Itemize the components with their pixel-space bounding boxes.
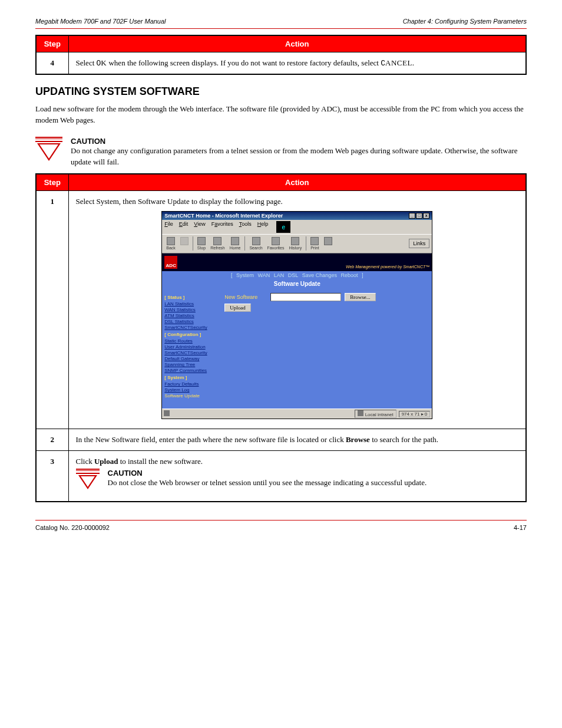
step-number: 3: [36, 451, 68, 502]
favorites-button[interactable]: Favorites: [266, 237, 286, 250]
upload-button[interactable]: Upload: [224, 304, 251, 312]
edit-icon: [324, 237, 332, 245]
running-footer: Catalog No. 220-0000092 4-17: [35, 524, 527, 531]
sidebar-item-atm-statistics[interactable]: ATM Statistics: [164, 313, 217, 318]
stop-icon: [197, 237, 206, 245]
restore-defaults-step-table: Step Action 4 Select OK when the followi…: [35, 35, 527, 75]
forward-button[interactable]: [178, 237, 190, 250]
menu-favorites[interactable]: Favorites: [211, 221, 233, 233]
browse-button[interactable]: Browse...: [345, 293, 375, 301]
back-arrow-icon: [167, 237, 175, 245]
close-button[interactable]: x: [423, 213, 429, 219]
ie-logo-icon: e: [276, 221, 290, 233]
footer-left: Catalog No. 220-0000092: [35, 524, 110, 531]
table-row: 4 Select OK when the following screen di…: [36, 52, 526, 75]
sidebar: [ Status ] LAN Statistics WAN Statistics…: [162, 291, 220, 409]
step-action: In the New Software field, enter the pat…: [68, 429, 526, 451]
maximize-button[interactable]: □: [416, 213, 422, 219]
page-title: Software Update: [162, 281, 432, 287]
home-button[interactable]: Home: [228, 237, 243, 250]
caution-label: CAUTION: [71, 137, 527, 146]
screenshot-ie-window: SmartCNCT Home - Microsoft Internet Expl…: [161, 211, 432, 419]
topnav-dsl[interactable]: DSL: [288, 272, 299, 278]
col-step-header: Step: [36, 35, 68, 52]
search-button[interactable]: Search: [247, 237, 264, 250]
sidebar-item-system-log[interactable]: System Log: [164, 387, 217, 393]
favorites-icon: [272, 237, 280, 245]
refresh-button[interactable]: Refresh: [209, 237, 227, 250]
sidebar-item-factory-defaults[interactable]: Factory Defaults: [164, 381, 217, 387]
header-left: Megabit Modem 700F and 702F User Manual: [35, 18, 166, 25]
step-number: 1: [36, 191, 68, 429]
col-action-header: Action: [68, 174, 526, 191]
step-number: 2: [36, 429, 68, 451]
sidebar-item-static-routes[interactable]: Static Routes: [164, 338, 217, 344]
sidebar-item-security-config[interactable]: SmartCNCTSecurity: [164, 350, 217, 355]
sidebar-item-dsl-statistics[interactable]: DSL Statistics: [164, 319, 217, 324]
software-update-step-table: Step Action 1 Select System, then Softwa…: [35, 173, 527, 502]
refresh-icon: [213, 237, 222, 245]
status-resolution: 974 x 71 ▸ 0: [399, 411, 431, 417]
sidebar-section-configuration: [ Configuration ]: [164, 332, 217, 337]
print-icon: [310, 237, 319, 245]
topnav-system[interactable]: System: [236, 272, 254, 278]
home-icon: [231, 237, 239, 245]
menu-help[interactable]: Help: [257, 221, 269, 233]
toolbar: Back Stop Refresh Home Search Favorites …: [162, 234, 432, 253]
security-zone: Local intranet: [365, 412, 394, 417]
footer-rule: [35, 520, 527, 521]
forward-arrow-icon: [180, 237, 189, 245]
sidebar-item-user-administration[interactable]: User Administration: [164, 344, 217, 350]
topnav-wan[interactable]: WAN: [258, 272, 270, 278]
topnav-lan[interactable]: LAN: [274, 272, 285, 278]
print-button[interactable]: Print: [309, 237, 320, 250]
menu-file[interactable]: File: [164, 221, 173, 233]
col-action-header: Action: [68, 35, 526, 52]
stop-button[interactable]: Stop: [196, 237, 207, 250]
caution-text: Do not close the Web browser or telnet s…: [108, 477, 427, 489]
sidebar-item-wan-statistics[interactable]: WAN Statistics: [164, 307, 217, 312]
back-button[interactable]: Back: [164, 237, 177, 250]
table-row: 1 Select System, then Software Update to…: [36, 191, 526, 429]
running-header: Megabit Modem 700F and 702F User Manual …: [35, 18, 527, 25]
table-row: 2 In the New Software field, enter the p…: [36, 429, 526, 451]
sidebar-item-lan-statistics[interactable]: LAN Statistics: [164, 301, 217, 307]
caution-block-inline: CAUTION Do not close the Web browser or …: [76, 469, 519, 489]
sidebar-item-software-update[interactable]: Software Update: [164, 393, 217, 398]
sidebar-item-default-gateway[interactable]: Default Gateway: [164, 356, 217, 361]
sidebar-item-spanning-tree[interactable]: Spanning Tree: [164, 362, 217, 367]
statusbar: Local intranet 974 x 71 ▸ 0: [162, 409, 432, 419]
step-action: Select OK when the following screen disp…: [68, 52, 526, 75]
minimize-button[interactable]: _: [409, 213, 415, 219]
menu-edit[interactable]: Edit: [179, 221, 189, 233]
menubar: File Edit View Favorites Tools Help e: [162, 220, 432, 234]
caution-text: Do not change any configuration paramete…: [71, 146, 527, 168]
sidebar-item-security-status[interactable]: SmartCNCTSecurity: [164, 325, 217, 330]
links-bar[interactable]: Links: [409, 239, 429, 248]
caution-triangle-icon: [35, 137, 62, 161]
caution-label: CAUTION: [108, 469, 427, 477]
history-icon: [291, 237, 299, 245]
sidebar-item-snmp-communities[interactable]: SNMP Communities: [164, 368, 217, 373]
sidebar-section-system: [ System ]: [164, 375, 217, 380]
edit-button[interactable]: [322, 237, 334, 250]
topnav-save[interactable]: Save Changes: [302, 272, 337, 278]
document-icon: [164, 410, 170, 416]
brand-strip: ADC Web Management powered by SmartCNCT™: [162, 253, 432, 271]
history-button[interactable]: History: [287, 237, 303, 250]
caution-triangle-icon: [76, 469, 100, 489]
section-intro-paragraph: Load new software for the modem through …: [35, 104, 527, 126]
step-action: Select System, then Software Update to d…: [68, 191, 526, 429]
window-title: SmartCNCT Home - Microsoft Internet Expl…: [164, 213, 283, 219]
page-content: ADC Web Management powered by SmartCNCT™…: [162, 253, 432, 409]
section-heading-updating-software: UPDATING SYSTEM SOFTWARE: [35, 85, 527, 98]
zone-icon: [358, 410, 363, 416]
menu-view[interactable]: View: [194, 221, 205, 233]
topnav-reboot[interactable]: Reboot: [340, 272, 358, 278]
menu-tools[interactable]: Tools: [239, 221, 252, 233]
step-action: Click Upload to install the new software…: [68, 451, 526, 502]
footer-right: 4-17: [514, 524, 527, 531]
header-rule: [35, 28, 527, 29]
new-software-input[interactable]: [270, 293, 341, 301]
brand-tagline: Web Management powered by SmartCNCT™: [346, 265, 429, 269]
